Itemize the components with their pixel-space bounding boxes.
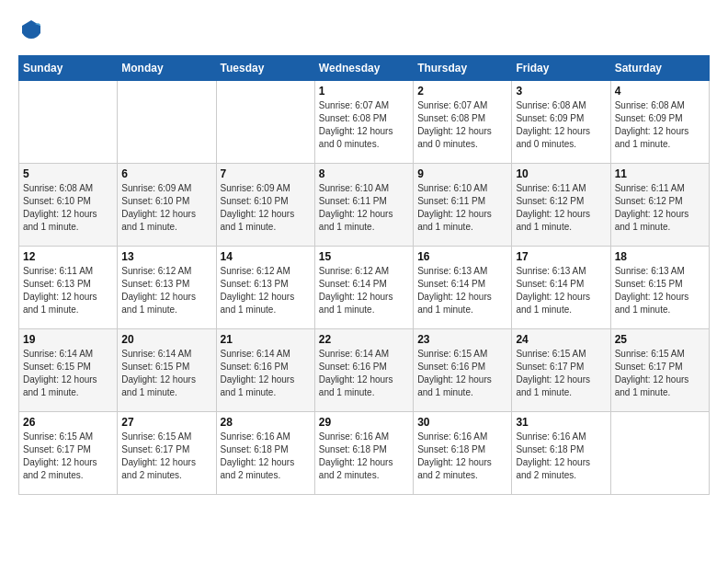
day-number: 21: [221, 333, 311, 346]
day-info: Sunrise: 6:08 AM Sunset: 6:10 PM Dayligh…: [23, 182, 113, 234]
calendar-cell: [118, 81, 216, 164]
day-number: 3: [516, 85, 606, 98]
day-number: 14: [221, 250, 311, 263]
day-number: 18: [615, 250, 705, 263]
day-number: 2: [417, 85, 507, 98]
day-header-thursday: Thursday: [414, 56, 512, 81]
day-info: Sunrise: 6:14 AM Sunset: 6:16 PM Dayligh…: [319, 348, 409, 399]
calendar-cell: 22Sunrise: 6:14 AM Sunset: 6:16 PM Dayli…: [314, 329, 413, 412]
logo-icon: [20, 18, 42, 40]
day-info: Sunrise: 6:11 AM Sunset: 6:12 PM Dayligh…: [615, 182, 705, 234]
calendar-cell: 13Sunrise: 6:12 AM Sunset: 6:13 PM Dayli…: [118, 247, 216, 329]
day-info: Sunrise: 6:12 AM Sunset: 6:13 PM Dayligh…: [121, 265, 211, 316]
calendar-week-4: 19Sunrise: 6:14 AM Sunset: 6:15 PM Dayli…: [19, 329, 710, 412]
day-number: 9: [417, 167, 507, 180]
day-info: Sunrise: 6:13 AM Sunset: 6:14 PM Dayligh…: [417, 265, 507, 316]
day-number: 25: [615, 333, 705, 346]
calendar-cell: 30Sunrise: 6:16 AM Sunset: 6:18 PM Dayli…: [414, 412, 512, 495]
day-info: Sunrise: 6:16 AM Sunset: 6:18 PM Dayligh…: [319, 431, 409, 482]
day-number: 8: [319, 167, 409, 180]
day-number: 20: [121, 333, 211, 346]
day-number: 19: [23, 333, 113, 346]
day-info: Sunrise: 6:16 AM Sunset: 6:18 PM Dayligh…: [516, 431, 606, 482]
calendar-cell: 27Sunrise: 6:15 AM Sunset: 6:17 PM Dayli…: [118, 412, 216, 495]
day-header-wednesday: Wednesday: [314, 56, 413, 81]
day-info: Sunrise: 6:14 AM Sunset: 6:15 PM Dayligh…: [121, 348, 211, 399]
calendar-cell: 5Sunrise: 6:08 AM Sunset: 6:10 PM Daylig…: [19, 164, 118, 247]
logo: [18, 18, 42, 40]
day-header-monday: Monday: [118, 56, 216, 81]
day-info: Sunrise: 6:16 AM Sunset: 6:18 PM Dayligh…: [417, 431, 507, 482]
day-number: 4: [615, 85, 705, 98]
day-number: 27: [121, 416, 211, 429]
calendar-cell: 14Sunrise: 6:12 AM Sunset: 6:13 PM Dayli…: [216, 247, 314, 329]
calendar-cell: 23Sunrise: 6:15 AM Sunset: 6:16 PM Dayli…: [414, 329, 512, 412]
calendar-cell: 17Sunrise: 6:13 AM Sunset: 6:14 PM Dayli…: [512, 247, 610, 329]
day-number: 17: [516, 250, 606, 263]
calendar-table: SundayMondayTuesdayWednesdayThursdayFrid…: [18, 55, 710, 495]
day-number: 10: [516, 167, 606, 180]
calendar-cell: 29Sunrise: 6:16 AM Sunset: 6:18 PM Dayli…: [314, 412, 413, 495]
day-number: 29: [319, 416, 409, 429]
day-info: Sunrise: 6:15 AM Sunset: 6:17 PM Dayligh…: [615, 348, 705, 399]
calendar-cell: 20Sunrise: 6:14 AM Sunset: 6:15 PM Dayli…: [118, 329, 216, 412]
day-info: Sunrise: 6:10 AM Sunset: 6:11 PM Dayligh…: [417, 182, 507, 234]
page-header: [18, 18, 710, 40]
day-number: 15: [319, 250, 409, 263]
day-number: 24: [516, 333, 606, 346]
day-number: 28: [221, 416, 311, 429]
calendar-cell: 10Sunrise: 6:11 AM Sunset: 6:12 PM Dayli…: [512, 164, 610, 247]
calendar-cell: [19, 81, 118, 164]
day-number: 30: [417, 416, 507, 429]
calendar-cell: 19Sunrise: 6:14 AM Sunset: 6:15 PM Dayli…: [19, 329, 118, 412]
day-info: Sunrise: 6:13 AM Sunset: 6:15 PM Dayligh…: [615, 265, 705, 316]
day-number: 13: [121, 250, 211, 263]
day-number: 16: [417, 250, 507, 263]
day-info: Sunrise: 6:07 AM Sunset: 6:08 PM Dayligh…: [319, 99, 409, 151]
calendar-cell: 31Sunrise: 6:16 AM Sunset: 6:18 PM Dayli…: [512, 412, 610, 495]
day-number: 6: [121, 167, 211, 180]
day-info: Sunrise: 6:15 AM Sunset: 6:17 PM Dayligh…: [121, 431, 211, 482]
calendar-cell: 15Sunrise: 6:12 AM Sunset: 6:14 PM Dayli…: [314, 247, 413, 329]
day-info: Sunrise: 6:12 AM Sunset: 6:14 PM Dayligh…: [319, 265, 409, 316]
day-header-saturday: Saturday: [610, 56, 709, 81]
day-number: 11: [615, 167, 705, 180]
calendar-cell: 11Sunrise: 6:11 AM Sunset: 6:12 PM Dayli…: [610, 164, 709, 247]
calendar-week-5: 26Sunrise: 6:15 AM Sunset: 6:17 PM Dayli…: [19, 412, 710, 495]
calendar-header-row: SundayMondayTuesdayWednesdayThursdayFrid…: [19, 56, 710, 81]
day-header-tuesday: Tuesday: [216, 56, 314, 81]
day-info: Sunrise: 6:07 AM Sunset: 6:08 PM Dayligh…: [417, 99, 507, 151]
calendar-week-3: 12Sunrise: 6:11 AM Sunset: 6:13 PM Dayli…: [19, 247, 710, 329]
day-info: Sunrise: 6:08 AM Sunset: 6:09 PM Dayligh…: [615, 99, 705, 151]
day-number: 5: [23, 167, 113, 180]
day-info: Sunrise: 6:13 AM Sunset: 6:14 PM Dayligh…: [516, 265, 606, 316]
calendar-cell: 2Sunrise: 6:07 AM Sunset: 6:08 PM Daylig…: [414, 81, 512, 164]
day-info: Sunrise: 6:14 AM Sunset: 6:15 PM Dayligh…: [23, 348, 113, 399]
day-info: Sunrise: 6:09 AM Sunset: 6:10 PM Dayligh…: [121, 182, 211, 234]
day-info: Sunrise: 6:09 AM Sunset: 6:10 PM Dayligh…: [221, 182, 311, 234]
calendar-cell: 21Sunrise: 6:14 AM Sunset: 6:16 PM Dayli…: [216, 329, 314, 412]
day-info: Sunrise: 6:15 AM Sunset: 6:17 PM Dayligh…: [516, 348, 606, 399]
calendar-cell: 12Sunrise: 6:11 AM Sunset: 6:13 PM Dayli…: [19, 247, 118, 329]
day-header-friday: Friday: [512, 56, 610, 81]
day-header-sunday: Sunday: [19, 56, 118, 81]
calendar-week-2: 5Sunrise: 6:08 AM Sunset: 6:10 PM Daylig…: [19, 164, 710, 247]
day-info: Sunrise: 6:10 AM Sunset: 6:11 PM Dayligh…: [319, 182, 409, 234]
day-info: Sunrise: 6:15 AM Sunset: 6:17 PM Dayligh…: [23, 431, 113, 482]
day-number: 12: [23, 250, 113, 263]
day-info: Sunrise: 6:08 AM Sunset: 6:09 PM Dayligh…: [516, 99, 606, 151]
calendar-cell: 3Sunrise: 6:08 AM Sunset: 6:09 PM Daylig…: [512, 81, 610, 164]
calendar-cell: 18Sunrise: 6:13 AM Sunset: 6:15 PM Dayli…: [610, 247, 709, 329]
day-info: Sunrise: 6:16 AM Sunset: 6:18 PM Dayligh…: [221, 431, 311, 482]
day-info: Sunrise: 6:11 AM Sunset: 6:12 PM Dayligh…: [516, 182, 606, 234]
calendar-cell: 1Sunrise: 6:07 AM Sunset: 6:08 PM Daylig…: [314, 81, 413, 164]
calendar-cell: 16Sunrise: 6:13 AM Sunset: 6:14 PM Dayli…: [414, 247, 512, 329]
calendar-cell: [216, 81, 314, 164]
calendar-cell: [610, 412, 709, 495]
day-number: 1: [319, 85, 409, 98]
calendar-cell: 24Sunrise: 6:15 AM Sunset: 6:17 PM Dayli…: [512, 329, 610, 412]
day-number: 7: [221, 167, 311, 180]
calendar-cell: 28Sunrise: 6:16 AM Sunset: 6:18 PM Dayli…: [216, 412, 314, 495]
day-number: 23: [417, 333, 507, 346]
day-info: Sunrise: 6:11 AM Sunset: 6:13 PM Dayligh…: [23, 265, 113, 316]
